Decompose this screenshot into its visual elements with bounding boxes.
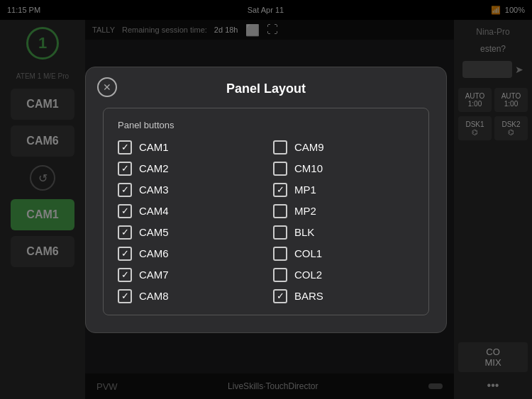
checkbox-cam9[interactable] bbox=[273, 140, 287, 154]
checkbox-item-cm10[interactable]: CM10 bbox=[273, 162, 414, 176]
checkbox-cam7[interactable] bbox=[118, 268, 132, 282]
checkbox-label-cam4: CAM4 bbox=[139, 205, 169, 217]
checkbox-blk[interactable] bbox=[273, 225, 287, 240]
checkbox-item-mp1[interactable]: MP1 bbox=[273, 183, 414, 197]
checkbox-label-cam9: CAM9 bbox=[294, 141, 324, 153]
checkbox-item-blk[interactable]: BLK bbox=[273, 225, 414, 240]
checkbox-item-cam5[interactable]: CAM5 bbox=[118, 225, 259, 240]
checkbox-item-mp2[interactable]: MP2 bbox=[273, 204, 414, 218]
panel-buttons-section: Panel buttons CAM1CAM9CAM2CM10CAM3MP1CAM… bbox=[103, 108, 429, 315]
checkbox-col1[interactable] bbox=[273, 247, 287, 261]
panel-layout-dialog: ✕ Panel Layout Panel buttons CAM1CAM9CAM… bbox=[85, 67, 447, 333]
checkbox-cam1[interactable] bbox=[118, 140, 132, 154]
checkbox-item-cam8[interactable]: CAM8 bbox=[118, 289, 259, 303]
checkbox-item-cam4[interactable]: CAM4 bbox=[118, 204, 259, 218]
checkbox-label-blk: BLK bbox=[294, 226, 314, 238]
checkbox-mp1[interactable] bbox=[273, 183, 287, 197]
checkbox-cam6[interactable] bbox=[118, 247, 132, 261]
checkbox-label-cam2: CAM2 bbox=[139, 162, 169, 174]
checkbox-item-col1[interactable]: COL1 bbox=[273, 247, 414, 261]
checkbox-label-cam8: CAM8 bbox=[139, 290, 169, 302]
checkbox-label-cam6: CAM6 bbox=[139, 247, 169, 259]
checkbox-col2[interactable] bbox=[273, 268, 287, 282]
checkbox-label-col2: COL2 bbox=[294, 269, 322, 281]
checkbox-label-cam1: CAM1 bbox=[139, 141, 169, 153]
checkbox-label-cm10: CM10 bbox=[294, 162, 323, 174]
checkbox-item-cam6[interactable]: CAM6 bbox=[118, 247, 259, 261]
panel-buttons-label: Panel buttons bbox=[118, 120, 414, 130]
checkbox-grid: CAM1CAM9CAM2CM10CAM3MP1CAM4MP2CAM5BLKCAM… bbox=[118, 140, 414, 303]
checkbox-label-col1: COL1 bbox=[294, 247, 322, 259]
checkbox-cam2[interactable] bbox=[118, 162, 132, 176]
checkbox-item-cam2[interactable]: CAM2 bbox=[118, 162, 259, 176]
dialog-title: Panel Layout bbox=[103, 82, 429, 96]
checkbox-cam3[interactable] bbox=[118, 183, 132, 197]
checkbox-label-mp1: MP1 bbox=[294, 184, 316, 196]
checkbox-item-col2[interactable]: COL2 bbox=[273, 268, 414, 282]
checkbox-item-cam7[interactable]: CAM7 bbox=[118, 268, 259, 282]
checkbox-label-cam7: CAM7 bbox=[139, 269, 169, 281]
modal-overlay: ✕ Panel Layout Panel buttons CAM1CAM9CAM… bbox=[0, 0, 532, 399]
checkbox-cam4[interactable] bbox=[118, 204, 132, 218]
checkbox-label-mp2: MP2 bbox=[294, 205, 316, 217]
checkbox-cam8[interactable] bbox=[118, 289, 132, 303]
checkbox-cm10[interactable] bbox=[273, 162, 287, 176]
close-button[interactable]: ✕ bbox=[97, 77, 117, 97]
checkbox-label-cam5: CAM5 bbox=[139, 226, 169, 238]
checkbox-item-cam9[interactable]: CAM9 bbox=[273, 140, 414, 154]
checkbox-item-cam1[interactable]: CAM1 bbox=[118, 140, 259, 154]
checkbox-item-cam3[interactable]: CAM3 bbox=[118, 183, 259, 197]
checkbox-label-cam3: CAM3 bbox=[139, 184, 169, 196]
checkbox-bars[interactable] bbox=[273, 289, 287, 303]
checkbox-item-bars[interactable]: BARS bbox=[273, 289, 414, 303]
checkbox-label-bars: BARS bbox=[294, 290, 323, 302]
checkbox-mp2[interactable] bbox=[273, 204, 287, 218]
checkbox-cam5[interactable] bbox=[118, 225, 132, 240]
